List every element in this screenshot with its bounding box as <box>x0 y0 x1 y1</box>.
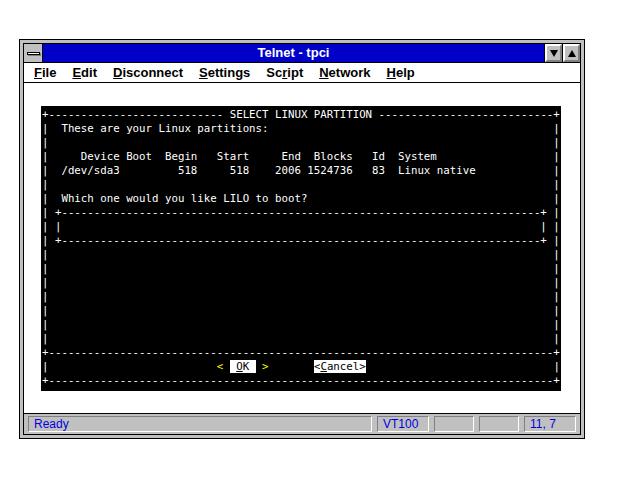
desktop: Telnet - tpci File Edit Disconnect Setti… <box>0 0 640 480</box>
telnet-window: Telnet - tpci File Edit Disconnect Setti… <box>19 39 585 439</box>
menu-mnemonic: E <box>72 65 81 80</box>
down-arrow-icon <box>550 50 558 57</box>
menu-mnemonic: F <box>34 65 42 80</box>
menu-label-part: elp <box>396 65 415 80</box>
status-message: Ready <box>28 416 372 432</box>
maximize-button[interactable] <box>562 44 580 62</box>
ok-button[interactable]: O <box>236 360 242 373</box>
status-panel-empty-2 <box>479 416 519 432</box>
client-area: +--------------------------- SELECT LINU… <box>24 83 580 413</box>
menu-item-edit[interactable]: Edit <box>64 65 105 80</box>
menu-label-part: ipt <box>287 65 303 80</box>
menu-label-part: ile <box>42 65 56 80</box>
menu-mnemonic: H <box>387 65 396 80</box>
status-cursor-position: 11, 7 <box>524 416 576 432</box>
minimize-button[interactable] <box>544 44 562 62</box>
status-bar: Ready VT100 11, 7 <box>24 413 580 434</box>
menu-label-part: etwork <box>329 65 371 80</box>
menu-mnemonic: D <box>113 65 122 80</box>
window-title: Telnet - tpci <box>43 44 544 62</box>
menu-label-part: Sc <box>266 65 282 80</box>
title-bar: Telnet - tpci <box>24 44 580 63</box>
ok-button[interactable]: > <box>256 360 269 373</box>
cancel-button[interactable]: C <box>320 360 326 373</box>
window-frame: Telnet - tpci File Edit Disconnect Setti… <box>23 43 581 435</box>
status-panel-empty-1 <box>434 416 474 432</box>
ok-button[interactable]: < <box>217 360 230 373</box>
menu-item-disconnect[interactable]: Disconnect <box>105 65 191 80</box>
menu-item-file[interactable]: File <box>26 65 64 80</box>
menu-mnemonic: S <box>199 65 208 80</box>
cancel-button[interactable]: ancel> <box>327 360 366 373</box>
menu-item-help[interactable]: Help <box>379 65 423 80</box>
menu-mnemonic: N <box>319 65 328 80</box>
menu-bar: File Edit Disconnect Settings Script Net… <box>24 63 580 83</box>
menu-label-part: dit <box>81 65 97 80</box>
up-arrow-icon <box>568 50 576 57</box>
menu-label-part: ettings <box>208 65 251 80</box>
terminal-screen[interactable]: +--------------------------- SELECT LINU… <box>41 106 561 391</box>
menu-item-script[interactable]: Script <box>258 65 311 80</box>
menu-item-network[interactable]: Network <box>311 65 378 80</box>
status-emulation: VT100 <box>377 416 429 432</box>
menu-item-settings[interactable]: Settings <box>191 65 258 80</box>
control-menu-icon <box>27 52 40 55</box>
ok-button[interactable]: K <box>243 360 256 373</box>
menu-label-part: isconnect <box>122 65 183 80</box>
control-menu-button[interactable] <box>24 44 43 62</box>
